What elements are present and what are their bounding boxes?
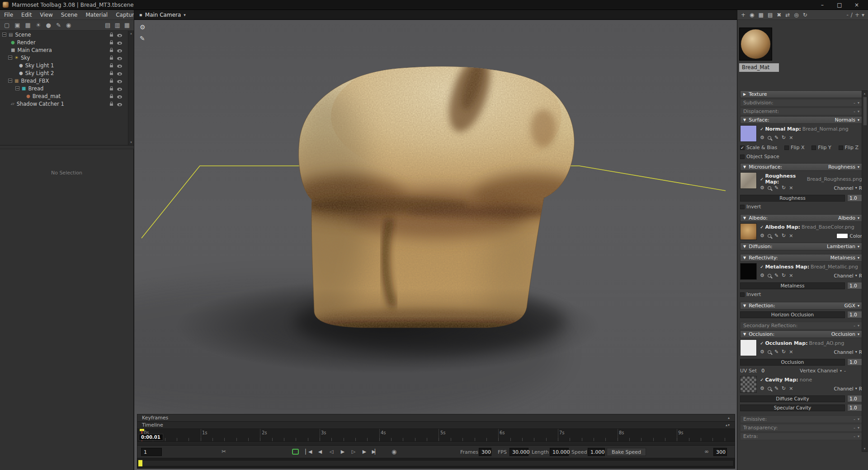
range-track[interactable] [138,460,734,466]
collapse-toggle-icon[interactable]: − [8,56,12,60]
gear-icon[interactable]: ⚙ [760,233,764,239]
jump-end-button[interactable]: ▶▏ [370,448,380,456]
visibility-icon[interactable] [117,88,122,91]
add-light-icon[interactable]: ☀ [36,22,41,28]
collapse-toggle-icon[interactable]: − [15,86,19,90]
gear-icon[interactable]: ⚙ [760,273,764,278]
albedo-mode-dropdown[interactable]: Albedo [838,215,855,221]
add-material-icon[interactable]: + [741,12,745,18]
fps-field[interactable]: 30.000 [509,448,528,456]
uv-set-value[interactable]: 0 [761,368,764,374]
flip-x-checkbox[interactable]: Flip X [784,145,804,150]
scale-bias-checkbox[interactable]: ✓ Scale & Bias [740,145,777,150]
material-panel-scrollbar[interactable]: ▴ ▾ [862,90,868,452]
viewport-settings-gear-icon[interactable]: ⚙ [140,24,146,31]
section-displacement[interactable]: Displacement: - ▾ [740,108,862,115]
metalness-value[interactable]: 1.0 [847,282,862,289]
section-subdivision[interactable]: Subdivision: - ▾ [740,99,862,107]
section-extra[interactable]: Extra: - ▾ [740,432,862,440]
end-frame-field[interactable]: 300 [713,448,727,456]
viewport-paint-icon[interactable]: ✎ [140,35,146,42]
section-albedo[interactable]: ▼ Albedo: Albedo ▾ [740,214,862,222]
pencil-icon[interactable]: ✎ [774,349,778,355]
trim-scissors-icon[interactable]: ✂ [222,448,226,455]
tree-item-bread-mat[interactable]: ● Bread_mat [0,92,127,100]
surface-mode-dropdown[interactable]: Normals [835,117,855,123]
close-button[interactable]: × [848,0,865,10]
microsurface-mode-dropdown[interactable]: Roughness [828,164,855,170]
reload-icon[interactable]: ↻ [782,135,786,141]
tree-scrollbar[interactable]: ▴ ▾ [128,31,134,145]
play-button[interactable]: ▶ [337,448,347,456]
occlusion-value[interactable]: 1.0 [847,358,862,366]
section-reflectivity[interactable]: ▼ Reflectivity: Metalness ▾ [740,254,862,262]
menu-edit[interactable]: Edit [17,10,36,19]
tree-item-bread-fbx[interactable]: − ▦ Bread_FBX [0,77,127,85]
horizon-occlusion-slider[interactable]: Horizon Occlusion [740,311,845,318]
folder-icon[interactable]: ▤ [768,12,773,18]
prev-keyframe-button[interactable]: ◀ [315,448,325,456]
menu-material[interactable]: Material [81,10,112,19]
timeline-bar[interactable]: Timeline ▴▾ [137,422,735,429]
lock-icon[interactable] [110,80,113,83]
color-swatch[interactable] [836,233,848,239]
library-icon[interactable]: ▦ [124,22,130,28]
range-start-marker[interactable] [138,460,142,466]
visibility-icon[interactable] [117,95,122,99]
lock-icon[interactable] [110,65,113,67]
collapse-toggle-icon[interactable]: − [2,33,6,37]
section-emissive[interactable]: Emissive: - ▾ [740,415,862,423]
clear-map-icon[interactable]: × [789,273,793,278]
channel-selector[interactable]: Channel ▾ R [834,386,862,391]
visibility-icon[interactable] [117,80,122,83]
folder-add-icon[interactable]: ▥ [114,22,120,28]
step-back-button[interactable]: ◁ [326,448,336,456]
save-scene-icon[interactable]: ▣ [14,22,20,28]
turntable-icon[interactable]: ◉ [392,448,396,455]
zoom-out-icon[interactable]: - [847,12,849,18]
map-enabled-checkbox[interactable]: ✓ [760,377,764,382]
magnifier-icon[interactable] [768,136,771,140]
scroll-down-icon[interactable]: ▾ [864,447,866,451]
magnifier-icon[interactable] [768,186,771,190]
viewport[interactable]: ▪ Main Camera ▾ ⚙ ✎ [134,10,737,470]
length-field[interactable]: 10.000 [550,448,569,456]
tree-item-scene[interactable]: − ▤ Scene [0,31,127,38]
visibility-icon[interactable] [117,34,122,37]
tree-item-render[interactable]: ● Render [0,38,127,46]
roughness-value[interactable]: 1.0 [847,194,862,202]
lock-icon[interactable] [110,57,113,60]
reload-icon[interactable]: ↻ [782,385,786,391]
subdivision-mode[interactable]: - [854,100,855,106]
reload-icon[interactable]: ↻ [782,349,786,355]
diffuse-cavity-slider[interactable]: Diffuse Cavity [740,395,845,402]
map-enabled-checkbox[interactable]: ✓ [760,264,764,269]
visibility-icon[interactable] [117,72,122,75]
gear-icon[interactable]: ⚙ [760,185,764,191]
metalness-slider[interactable]: Metalness [740,282,845,289]
camera-selector[interactable]: Main Camera [145,12,181,18]
lock-icon[interactable] [110,103,113,106]
occlusion-slider[interactable]: Occlusion [740,359,845,366]
displacement-mode[interactable]: - [854,108,855,114]
preview-target-icon[interactable]: ◎ [794,12,798,18]
speed-field[interactable]: 1.000 [588,448,605,456]
albedo-color-control[interactable]: Color [836,233,862,239]
gear-icon[interactable]: ⚙ [760,349,764,355]
tree-item-bread[interactable]: − ■ Bread [0,85,127,92]
magnifier-icon[interactable] [768,274,771,277]
magnifier-icon[interactable] [768,387,771,390]
albedo-map-thumbnail[interactable] [740,223,757,240]
loop-toggle[interactable] [292,449,299,455]
pencil-icon[interactable]: ✎ [774,233,778,239]
reflectivity-mode-dropdown[interactable]: Metalness [830,255,855,261]
pencil-icon[interactable]: ✎ [774,385,778,391]
channel-selector[interactable]: Channel ▾ R [834,185,862,191]
collapse-toggle-icon[interactable]: − [8,79,12,83]
map-enabled-checkbox[interactable]: ✓ [760,341,764,346]
tree-item-sky[interactable]: − ☀ Sky [0,54,127,61]
chevron-down-icon[interactable]: ▾ [862,12,864,18]
lock-icon[interactable] [110,42,113,44]
flip-z-checkbox[interactable]: Flip Z [839,145,859,150]
current-frame-field[interactable]: 1 [141,448,162,456]
